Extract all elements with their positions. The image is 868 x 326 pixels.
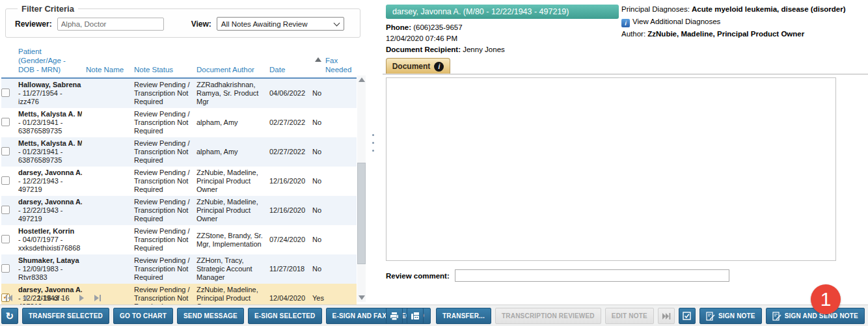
pagination-text: 1-16 of 16 [37, 294, 70, 302]
fax-icon [411, 312, 420, 321]
notes-table: Patient (Gender/Age - DOB - MRN) Note Na… [1, 46, 357, 313]
date-cell: 04/06/2022 [269, 78, 312, 108]
last-page-button[interactable] [92, 294, 103, 302]
fax-needed-cell: No [312, 108, 357, 137]
tab-info-icon[interactable]: i [434, 62, 444, 72]
date-cell: 07/24/2020 [269, 225, 312, 254]
col-header-date[interactable]: Date [269, 46, 312, 78]
refresh-button[interactable]: ↻ [1, 308, 18, 324]
list-scrollbar[interactable] [357, 75, 366, 302]
document-author-cell: ZzNubie, Madeline, Principal Product Own… [197, 196, 269, 225]
send-message-button[interactable]: SEND MESSAGE [177, 308, 244, 324]
row-checkbox[interactable] [1, 206, 10, 214]
sign-note-button[interactable]: SIGN NOTE [699, 308, 762, 324]
view-label: View: [191, 20, 211, 29]
e-sign-selected-button[interactable]: E-SIGN SELECTED [248, 308, 322, 324]
fax-needed-cell: No [312, 137, 357, 167]
refresh-icon: ↻ [6, 311, 14, 321]
note-status-cell: Review Pending / Transcription Not Requi… [134, 254, 197, 284]
col-header-document-author[interactable]: Document Author [197, 46, 269, 78]
col-header-fax-needed[interactable]: Fax Needed [312, 46, 357, 78]
previous-page-button[interactable] [21, 294, 29, 302]
panel-splitter[interactable] [368, 0, 381, 305]
author-line: Author: ZzNubie, Madeline, Principal Pro… [621, 30, 804, 38]
note-name-cell [86, 108, 134, 137]
col-header-note-status[interactable]: Note Status [134, 46, 197, 78]
view-select[interactable]: All Notes Awaiting Review [217, 17, 344, 31]
review-comment-row: Review comment: [386, 269, 729, 282]
table-row[interactable]: Metts, Kalysta A. M- 01/23/1941 - 638765… [1, 137, 357, 167]
reviewer-input[interactable] [57, 18, 164, 31]
fax-needed-cell: No [312, 254, 357, 284]
fax-needed-cell: No [312, 78, 357, 108]
splitter-grip-icon [372, 134, 374, 136]
review-comment-label: Review comment: [386, 272, 450, 280]
view-additional-diagnoses-link[interactable]: iView Additional Diagnoses [621, 18, 720, 27]
patient-cell: darsey, Javonna A.- 12/22/1943 - 497219 [18, 196, 86, 225]
table-row[interactable]: Shumaker, Lataya- 12/09/1983 - Rtvr8383 … [1, 254, 357, 284]
transfer-button[interactable]: TRANSFER... [436, 308, 491, 324]
transfer-selected-button[interactable]: TRANSFER SELECTED [22, 308, 109, 324]
document-author-cell: ZZHorn, Tracy, Strategic Account Manager [197, 254, 269, 284]
note-actions: TRANSFER... TRANSCRIPTION REVIEWED EDIT … [436, 308, 865, 324]
document-author-cell: alpham, Amy [197, 137, 269, 167]
row-checkbox[interactable] [1, 88, 10, 97]
transcription-reviewed-button[interactable]: TRANSCRIPTION REVIEWED [495, 308, 601, 324]
fax-needed-cell: No [312, 196, 357, 225]
table-row[interactable]: Metts, Kalysta A. M- 01/23/1941 - 638765… [1, 108, 357, 137]
reviewer-label: Reviewer: [15, 20, 52, 29]
table-row[interactable]: Halloway, Sabrena- 11/27/1954 - izz476 R… [1, 78, 357, 108]
table-row[interactable]: Hostetler, Korrin- 04/07/1977 - xxksdeth… [1, 225, 357, 254]
scroll-down-icon[interactable] [359, 295, 365, 300]
tab-document[interactable]: Document i [386, 58, 450, 74]
document-author-cell: ZZRadhakrishnan, Ramya, Sr. Product Mgr [197, 78, 269, 108]
note-status-cell: Review Pending / Transcription Not Requi… [134, 196, 197, 225]
note-name-cell [86, 196, 134, 225]
phone-line: Phone: (606)235-9657 [386, 23, 463, 31]
skip-forward-icon [662, 313, 671, 319]
go-to-chart-button[interactable]: GO TO CHART [113, 308, 173, 324]
skip-to-next-button[interactable] [658, 308, 675, 324]
filter-criteria-group: Filter Criteria Reviewer: View: All Note… [5, 4, 360, 38]
col-header-patient[interactable]: Patient (Gender/Age - DOB - MRN) [18, 46, 86, 78]
last-page-icon [94, 295, 99, 301]
checkbox-checked-icon [683, 312, 691, 320]
col-header-note-name[interactable]: Note Name [86, 46, 134, 78]
splitter-grip-icon [372, 150, 374, 152]
sign-pen-icon [706, 312, 715, 321]
first-page-button[interactable] [4, 294, 14, 302]
tab-divider [383, 74, 868, 75]
row-checkbox[interactable] [1, 147, 10, 156]
select-note-checkbox-button[interactable] [679, 308, 696, 324]
row-checkbox[interactable] [1, 235, 10, 243]
row-checkbox[interactable] [1, 264, 10, 273]
table-row[interactable]: darsey, Javonna A.- 12/22/1943 - 497219 … [1, 196, 357, 225]
next-page-button[interactable] [77, 294, 86, 302]
filter-criteria-legend: Filter Criteria [18, 4, 78, 14]
edit-note-button[interactable]: EDIT NOTE [605, 308, 654, 324]
patient-cell: Metts, Kalysta A. M- 01/23/1941 - 638765… [18, 137, 86, 167]
row-checkbox[interactable] [1, 118, 10, 126]
first-page-icon [8, 295, 12, 301]
next-page-icon [79, 295, 84, 301]
note-name-cell [86, 137, 134, 167]
review-comment-input[interactable] [455, 269, 729, 282]
note-status-cell: Review Pending / Transcription Not Requi… [134, 225, 197, 254]
print-button[interactable] [386, 308, 403, 324]
date-cell: 12/16/2020 [269, 167, 312, 196]
document-author-cell: ZZStone, Brandy, Sr. Mgr, Implementation [197, 225, 269, 254]
scroll-up-icon[interactable] [359, 77, 365, 82]
fax-button[interactable] [407, 308, 424, 324]
scrollbar-thumb[interactable] [357, 163, 366, 264]
document-recipient-line: Document Recipient: Jenny Jones [386, 46, 505, 53]
row-checkbox[interactable] [1, 176, 10, 185]
splitter-grip-icon [372, 142, 374, 144]
document-viewer[interactable] [386, 77, 836, 261]
date-cell: 02/27/2022 [269, 108, 312, 137]
footer-toolbar: ↻ TRANSFER SELECTED GO TO CHART SEND MES… [0, 305, 868, 326]
table-row[interactable]: darsey, Javonna A.- 12/22/1943 - 497219 … [1, 167, 357, 196]
worklist-panel: Filter Criteria Reviewer: View: All Note… [0, 0, 368, 326]
previous-page-icon [23, 295, 27, 301]
annotation-badge-1: 1 [811, 284, 841, 314]
note-status-cell: Review Pending / Transcription Not Requi… [134, 137, 197, 167]
